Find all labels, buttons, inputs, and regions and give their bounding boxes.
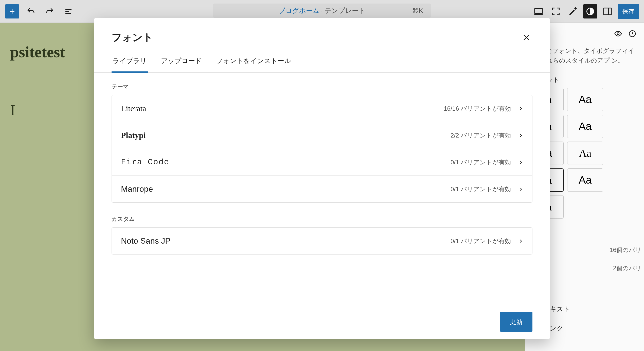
font-row-manrope[interactable]: Manrope 0/1 バリアントが有効 [112, 176, 532, 202]
chevron-right-icon [518, 160, 523, 165]
close-icon [522, 33, 531, 42]
font-row-meta: 2/2 バリアントが有効 [451, 131, 523, 140]
font-name: Fira Code [121, 158, 169, 167]
tab-library[interactable]: ライブラリ [112, 52, 148, 73]
chevron-right-icon [518, 106, 523, 111]
modal-body: テーマ Literata 16/16 バリアントが有効 Platypi 2/2 … [94, 73, 550, 304]
tab-upload[interactable]: アップロード [160, 52, 203, 73]
variant-count: 2/2 バリアントが有効 [451, 131, 511, 140]
font-row-noto-sans-jp[interactable]: Noto Sans JP 0/1 バリアントが有効 [112, 228, 532, 254]
theme-font-group: Literata 16/16 バリアントが有効 Platypi 2/2 バリアン… [112, 95, 532, 203]
font-name: Manrope [121, 184, 153, 194]
modal-footer: 更新 [94, 304, 550, 339]
font-row-platypi[interactable]: Platypi 2/2 バリアントが有効 [112, 122, 532, 149]
chevron-right-icon [518, 239, 523, 243]
modal-close-button[interactable] [520, 31, 532, 44]
font-row-fira-code[interactable]: Fira Code 0/1 バリアントが有効 [112, 149, 532, 176]
variant-count: 16/16 バリアントが有効 [444, 105, 511, 113]
font-row-meta: 0/1 バリアントが有効 [451, 237, 523, 245]
chevron-right-icon [518, 133, 523, 138]
font-row-literata[interactable]: Literata 16/16 バリアントが有効 [112, 95, 532, 122]
font-row-meta: 16/16 バリアントが有効 [444, 105, 523, 113]
modal-title: フォント [112, 30, 153, 44]
font-row-meta: 0/1 バリアントが有効 [451, 185, 523, 193]
variant-count: 0/1 バリアントが有効 [451, 185, 511, 193]
font-row-meta: 0/1 バリアントが有効 [451, 158, 523, 166]
variant-count: 0/1 バリアントが有効 [451, 237, 511, 245]
theme-section-label: テーマ [112, 83, 532, 90]
tab-install[interactable]: フォントをインストール [215, 52, 292, 73]
chevron-right-icon [518, 187, 523, 191]
font-name: Literata [121, 104, 146, 113]
font-library-modal: フォント ライブラリ アップロード フォントをインストール テーマ Litera… [94, 18, 550, 339]
custom-font-group: Noto Sans JP 0/1 バリアントが有効 [112, 227, 532, 255]
update-button[interactable]: 更新 [500, 312, 532, 332]
variant-count: 0/1 バリアントが有効 [451, 158, 511, 166]
modal-header: フォント [94, 18, 550, 52]
custom-section-label: カスタム [112, 215, 532, 223]
font-name: Noto Sans JP [121, 236, 171, 246]
modal-tabs: ライブラリ アップロード フォントをインストール [94, 52, 550, 73]
font-name: Platypi [121, 131, 146, 140]
